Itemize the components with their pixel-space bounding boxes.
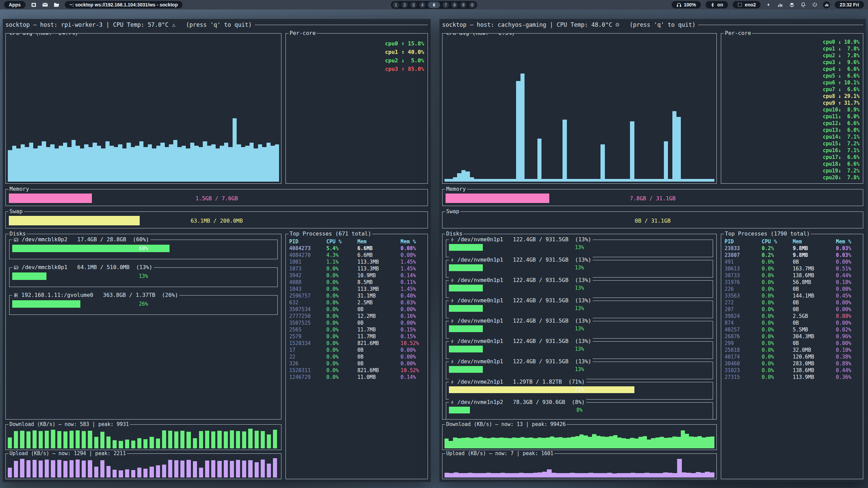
process-row[interactable]: 10430.0%113.3MB1.45% (289, 286, 424, 292)
process-row[interactable]: 402570.0%5.5MB0.02% (725, 326, 860, 333)
column-header[interactable]: Mem % (400, 238, 424, 245)
column-header[interactable]: PID (725, 238, 762, 245)
column-header[interactable]: CPU % (326, 238, 357, 245)
power-icon[interactable] (811, 1, 818, 8)
process-row[interactable]: 15203110.0%821.6MB10.52% (289, 367, 424, 374)
process-row[interactable]: 25790.0%11.7MB0.15% (289, 333, 424, 340)
process-row[interactable]: 39420.0%10.9MB0.14% (289, 272, 424, 279)
process-row[interactable]: 258180.0%32.0MB0.10% (725, 347, 860, 353)
workspace-button-4[interactable]: 4 (419, 2, 426, 8)
process-row[interactable]: 319760.0%56.8MB0.18% (725, 279, 860, 286)
network-indicator[interactable]: eno2 (733, 1, 761, 8)
workspace-button-0[interactable]: 0 (469, 2, 475, 8)
process-row[interactable]: 35075250.0%0B0.00% (289, 320, 424, 326)
disk-name-usage: 192.168.1.11:/gvolume0 363.8GB / 1.37TB … (21, 292, 178, 298)
terminal-window-rpi-worker-3[interactable]: socktop — host: rpi-worker-3 | CPU Temp:… (3, 19, 431, 482)
process-row[interactable]: 307330.0%138.6MB0.44% (725, 272, 860, 279)
process-mem: 821.6MB (357, 340, 400, 347)
process-row[interactable]: 220.0%0B0.00% (289, 353, 424, 360)
spark-bar (600, 436, 605, 448)
process-row[interactable]: 40880.0%8.5MB0.11% (289, 279, 424, 286)
process-row[interactable]: 335630.0%144.1MB0.45% (725, 292, 860, 299)
signal-bars-icon[interactable] (777, 1, 784, 8)
spark-bar (693, 179, 697, 182)
process-row[interactable]: 2070.0%0B0.00% (725, 306, 860, 313)
process-row[interactable]: 10011.1%113.3MB1.45% (289, 259, 424, 265)
process-mem-pct: 0.03% (836, 245, 860, 252)
core-label: cpu4 ↓ 6.6% (823, 66, 860, 72)
process-row[interactable]: 35075340.0%0B0.00% (289, 306, 424, 313)
process-row[interactable]: 273150.0%113.9MB0.36% (725, 374, 860, 381)
folder-icon[interactable] (53, 1, 60, 8)
column-header[interactable]: Mem % (836, 238, 860, 245)
process-row[interactable]: 15203340.0%821.6MB10.52% (289, 340, 424, 347)
process-row[interactable]: 8740.0%0B0.00% (725, 320, 860, 326)
process-row[interactable]: 170.0%0B0.00% (289, 347, 424, 353)
layers-icon[interactable] (788, 1, 795, 8)
window-title[interactable]: ~: socktop ws://192.168.1.104:3031/ws - … (65, 1, 182, 8)
spark-bar (33, 460, 37, 477)
spark-bar (613, 179, 617, 182)
column-header[interactable]: Mem (357, 238, 400, 245)
spark-bar (445, 439, 449, 448)
process-row[interactable]: 310230.0%138.6MB0.44% (725, 367, 860, 374)
spark-bar (110, 146, 114, 182)
process-row[interactable]: 10730.0%113.3MB1.45% (289, 265, 424, 272)
process-cpu: 0.0% (326, 306, 357, 313)
spark-bar (466, 438, 470, 448)
process-mem: 11.7MB (357, 333, 400, 340)
volume-indicator[interactable]: 100% (672, 1, 701, 8)
process-row[interactable]: 398240.0%2.5GB8.08% (725, 313, 860, 320)
spark-bar (525, 438, 529, 448)
process-pid: 1520334 (289, 340, 326, 347)
clock[interactable]: 23:32 Fri (835, 1, 864, 8)
spark-bar (651, 438, 655, 448)
process-row[interactable]: 2720.0%0B0.00% (725, 299, 860, 306)
column-header[interactable]: PID (289, 238, 326, 245)
core-row: cpu10↓ 8.9% (725, 106, 860, 113)
activity-logo-icon[interactable] (823, 1, 830, 8)
workspace-button-9[interactable]: 9 (460, 2, 467, 8)
process-row[interactable]: 2260.0%0B0.00% (725, 286, 860, 292)
workspace-button-8[interactable]: 8 (451, 2, 458, 8)
process-row[interactable]: 304600.0%283.0MB0.89% (725, 360, 860, 367)
bell-icon[interactable] (800, 1, 807, 8)
column-header[interactable]: Mem (793, 238, 836, 245)
spark-bar (63, 143, 67, 182)
spark-bar (205, 461, 209, 477)
column-header[interactable]: CPU % (762, 238, 793, 245)
process-row[interactable]: 268760.0%304.3MB0.96% (725, 333, 860, 340)
process-row[interactable]: 12467290.0%11.0MB0.14% (289, 374, 424, 381)
process-row[interactable]: 25650.0%11.7MB0.15% (289, 326, 424, 333)
process-row[interactable]: 401740.0%120.6MB0.38% (725, 353, 860, 360)
bluetooth-indicator[interactable]: on (706, 1, 728, 8)
workspace-button-2[interactable]: 2 (401, 2, 408, 8)
spark-bar (248, 460, 252, 477)
process-mem: 138.6MB (793, 367, 836, 374)
process-row[interactable]: 306130.0%163.7MB0.51% (725, 265, 860, 272)
process-row[interactable]: 3260.0%0B0.00% (289, 360, 424, 367)
process-row[interactable]: 6320.0%2.5MB0.03% (289, 299, 424, 306)
spark-bar (76, 146, 80, 182)
process-row[interactable]: 238330.2%9.8MB0.03% (725, 245, 860, 252)
process-row[interactable]: 2990.0%0B0.00% (725, 340, 860, 347)
power-profile-bolt-icon[interactable] (765, 1, 772, 8)
workspace-button-7[interactable]: 7 (442, 2, 449, 8)
workspace-button-3[interactable]: 3 (410, 2, 417, 8)
disk-usage-label: 13% (446, 366, 713, 373)
process-row[interactable]: 27772500.0%12.2MB0.16% (289, 313, 424, 320)
window-icon[interactable] (30, 1, 37, 8)
spark-bar (685, 434, 689, 449)
mail-icon[interactable] (42, 1, 48, 8)
apps-button[interactable]: Apps (4, 1, 25, 8)
process-pid: 1073 (289, 265, 326, 272)
process-row[interactable]: 25967570.0%31.1MB0.40% (289, 292, 424, 299)
process-row[interactable]: 4910.0%0B0.00% (725, 259, 860, 265)
socktop-header-text: socktop — host: rpi-worker-3 | CPU Temp:… (5, 21, 252, 28)
workspace-button-6[interactable]: 6 (428, 2, 440, 8)
workspace-button-1[interactable]: 1 (393, 2, 399, 8)
process-row[interactable]: 40842735.4%6.6MB0.08% (289, 245, 424, 252)
process-row[interactable]: 238070.2%9.8MB0.03% (725, 252, 860, 259)
process-row[interactable]: 40842704.3%6.6MB0.08% (289, 252, 424, 259)
terminal-window-cachyos-gaming[interactable]: socktop — host: cachyos-gaming | CPU Tem… (439, 19, 866, 482)
